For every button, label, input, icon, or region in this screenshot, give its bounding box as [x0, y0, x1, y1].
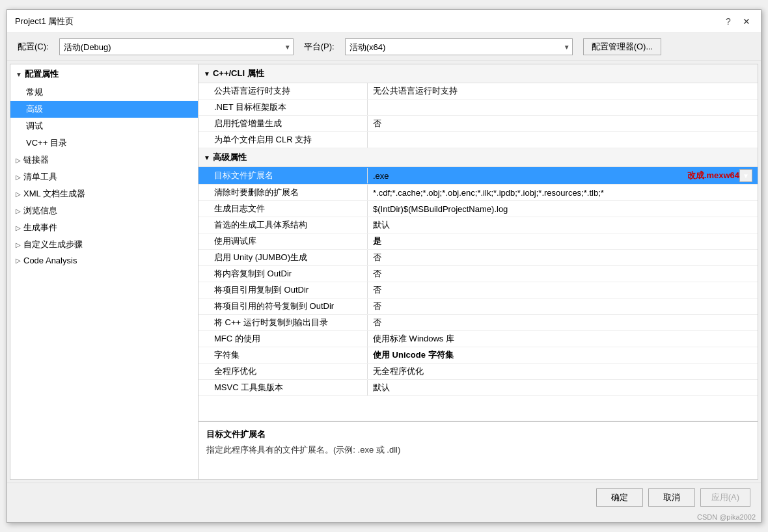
prop-row-whole_prog[interactable]: 全程序优化无全程序优化	[199, 364, 758, 380]
prop-row-toolset_arch[interactable]: 首选的生成工具体系结构默认	[199, 217, 758, 233]
sidebar-item-normal[interactable]: 常规	[10, 84, 198, 101]
sidebar-item-browse[interactable]: ▷浏览信息	[10, 202, 198, 219]
prop-value-text: 否	[373, 284, 381, 296]
prop-row-clean_ext[interactable]: 清除时要删除的扩展名*.cdf;*.cache;*.obj;*.obj.enc;…	[199, 185, 758, 201]
prop-value: 默认	[368, 380, 758, 395]
tree-items: 常规高级调试VC++ 目录▷链接器▷清单工具▷XML 文档生成器▷浏览信息▷生成…	[10, 84, 198, 268]
prop-name: 全程序优化	[199, 364, 368, 379]
prop-row-msvc_version[interactable]: MSVC 工具集版本默认	[199, 380, 758, 396]
tree-expand-arrow: ▷	[16, 157, 21, 164]
prop-name: 将内容复制到 OutDir	[199, 266, 368, 282]
prop-value-text: 否	[373, 268, 381, 280]
config-select-wrapper: 活动(Debug) ▼	[59, 38, 294, 55]
prop-name: 清除时要删除的扩展名	[199, 185, 368, 200]
sidebar-item-code_analysis[interactable]: ▷Code Analysis	[10, 253, 198, 268]
prop-name: .NET 目标框架版本	[199, 100, 368, 115]
prop-value: 否	[368, 116, 758, 131]
prop-input-target-ext[interactable]	[373, 171, 677, 181]
title-bar-buttons: ? ✕	[722, 15, 753, 28]
platform-select[interactable]: 活动(x64)	[345, 38, 573, 55]
prop-name: 将项目引用复制到 OutDir	[199, 282, 368, 298]
advanced-title: 高级属性	[213, 152, 247, 163]
prop-name: MSVC 工具集版本	[199, 380, 368, 395]
cancel-button[interactable]: 取消	[648, 488, 695, 507]
config-select[interactable]: 活动(Debug)	[59, 38, 294, 55]
prop-value-text: 默认	[373, 219, 390, 231]
apply-button[interactable]: 应用(A)	[700, 488, 750, 507]
sidebar-item-vc_dir[interactable]: VC++ 目录	[10, 135, 198, 152]
tree-header-label: 配置属性	[25, 68, 59, 80]
prop-row-copy_proj_ref[interactable]: 将项目引用复制到 OutDir否	[199, 282, 758, 299]
tree-header-arrow: ▼	[16, 71, 22, 78]
prop-row-use_debug_lib[interactable]: 使用调试库是	[199, 233, 758, 250]
prop-row[interactable]: 启用托管增量生成否	[199, 116, 758, 132]
prop-row-log_file[interactable]: 生成日志文件$(IntDir)$(MSBuildProjectName).log	[199, 201, 758, 217]
prop-name: 目标文件扩展名	[199, 168, 368, 183]
prop-value-text: 否	[373, 252, 381, 263]
prop-row-mfc_use[interactable]: MFC 的使用使用标准 Windows 库	[199, 331, 758, 347]
ok-button[interactable]: 确定	[596, 488, 643, 507]
prop-row-target_ext[interactable]: 目标文件扩展名改成.mexw64▼	[199, 167, 758, 185]
sidebar-item-label: Code Analysis	[23, 256, 77, 265]
section-cpp-cli: ▼ C++/CLI 属性	[199, 64, 758, 83]
watermark: CSDN @pika2002	[7, 512, 761, 522]
prop-value: *.cdf;*.cache;*.obj;*.obj.enc;*.ilk;*.ip…	[368, 186, 758, 200]
tree-header: ▼ 配置属性	[10, 64, 198, 84]
title-bar: Project1 属性页 ? ✕	[7, 10, 761, 33]
prop-row[interactable]: .NET 目标框架版本	[199, 100, 758, 116]
config-label: 配置(C):	[18, 41, 49, 53]
sidebar-item-linker[interactable]: ▷链接器	[10, 152, 198, 168]
prop-name: 生成日志文件	[199, 201, 368, 217]
prop-row[interactable]: 公共语言运行时支持无公共语言运行时支持	[199, 83, 758, 100]
prop-name: 将项目引用的符号复制到 OutDir	[199, 299, 368, 314]
sidebar-item-xml_gen[interactable]: ▷XML 文档生成器	[10, 185, 198, 202]
prop-name: 启用托管增量生成	[199, 116, 368, 131]
prop-value: $(IntDir)$(MSBuildProjectName).log	[368, 202, 758, 216]
prop-value: 否	[368, 299, 758, 314]
prop-name: 将 C++ 运行时复制到输出目录	[199, 315, 368, 330]
sidebar-item-label: 自定义生成步骤	[23, 239, 83, 250]
sidebar-item-list_tool[interactable]: ▷清单工具	[10, 168, 198, 185]
dialog: Project1 属性页 ? ✕ 配置(C): 活动(Debug) ▼ 平台(P…	[7, 9, 761, 523]
prop-value-text: 默认	[373, 382, 390, 393]
cpp-cli-rows: 公共语言运行时支持无公共语言运行时支持.NET 目标框架版本启用托管增量生成否为…	[199, 83, 758, 148]
prop-row-copy_symbols[interactable]: 将项目引用的符号复制到 OutDir否	[199, 299, 758, 315]
prop-row-copy_runtime[interactable]: 将 C++ 运行时复制到输出目录否	[199, 315, 758, 331]
sidebar-item-debug[interactable]: 调试	[10, 118, 198, 135]
prop-value-text: 否	[373, 317, 381, 328]
prop-annotation: 改成.mexw64	[687, 170, 739, 181]
prop-name: MFC 的使用	[199, 331, 368, 347]
sidebar-item-label: 生成事件	[23, 222, 57, 233]
right-panel: ▼ C++/CLI 属性 公共语言运行时支持无公共语言运行时支持.NET 目标框…	[199, 64, 758, 480]
prop-value: 是	[368, 233, 758, 249]
platform-select-wrapper: 活动(x64) ▼	[345, 38, 573, 55]
prop-dropdown-button[interactable]: ▼	[739, 169, 752, 182]
prop-value: 否	[368, 282, 758, 298]
prop-row-unity_jumbo[interactable]: 启用 Unity (JUMBO)生成否	[199, 250, 758, 266]
tree-expand-arrow: ▷	[16, 174, 21, 181]
prop-row-copy_content[interactable]: 将内容复制到 OutDir否	[199, 266, 758, 282]
tree-expand-arrow: ▷	[16, 257, 21, 264]
prop-value: 使用标准 Windows 库	[368, 331, 758, 347]
prop-value	[368, 138, 758, 142]
help-button[interactable]: ?	[722, 15, 735, 28]
prop-row[interactable]: 为单个文件启用 CLR 支持	[199, 132, 758, 148]
prop-name: 公共语言运行时支持	[199, 83, 368, 99]
prop-value-text: 是	[373, 235, 381, 247]
main-content: ▼ 配置属性 常规高级调试VC++ 目录▷链接器▷清单工具▷XML 文档生成器▷…	[10, 64, 758, 480]
dialog-title: Project1 属性页	[15, 16, 74, 27]
sidebar-item-advanced[interactable]: 高级	[10, 101, 198, 118]
prop-value: 无全程序优化	[368, 364, 758, 379]
sidebar-item-label: 浏览信息	[23, 205, 57, 217]
prop-value-text: 使用 Unicode 字符集	[373, 349, 454, 361]
prop-row-charset[interactable]: 字符集使用 Unicode 字符集	[199, 347, 758, 364]
prop-name: 为单个文件启用 CLR 支持	[199, 132, 368, 148]
advanced-rows: 目标文件扩展名改成.mexw64▼清除时要删除的扩展名*.cdf;*.cache…	[199, 167, 758, 396]
config-manager-button[interactable]: 配置管理器(O)...	[583, 38, 662, 55]
sidebar-item-custom_build[interactable]: ▷自定义生成步骤	[10, 236, 198, 253]
close-button[interactable]: ✕	[740, 15, 753, 28]
sidebar-item-build_event[interactable]: ▷生成事件	[10, 219, 198, 236]
prop-name: 使用调试库	[199, 233, 368, 249]
prop-value: 否	[368, 315, 758, 330]
prop-value-text: *.cdf;*.cache;*.obj;*.obj.enc;*.ilk;*.ip…	[373, 188, 604, 198]
